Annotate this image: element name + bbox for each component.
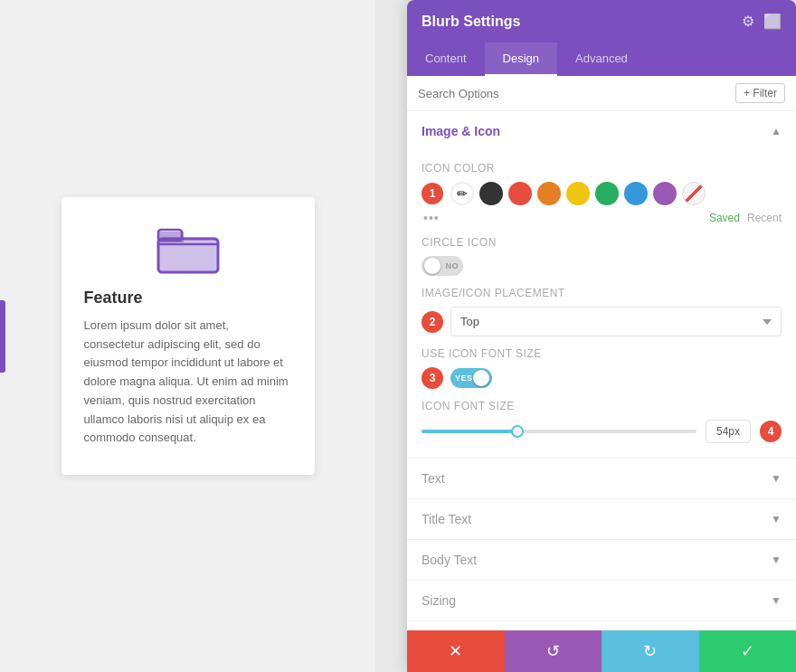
icon-color-row: 1 ✏ xyxy=(422,182,782,205)
recent-label: Recent xyxy=(747,212,782,224)
section-title-text-header[interactable]: Title Text ▼ xyxy=(407,499,796,539)
icon-font-size-slider-track xyxy=(422,430,696,433)
section-body-text-chevron: ▼ xyxy=(771,554,782,566)
expand-icon[interactable]: ⬜ xyxy=(763,13,782,30)
section-title-text-chevron: ▼ xyxy=(771,513,782,525)
preview-card: Feature Lorem ipsum dolor sit amet, cons… xyxy=(62,197,315,476)
section-text: Text ▼ xyxy=(407,459,796,499)
search-bar: + Filter xyxy=(407,76,796,111)
section-title-text: Title Text ▼ xyxy=(407,499,796,540)
folder-icon xyxy=(156,224,220,274)
save-button[interactable]: ✓ xyxy=(699,630,797,672)
tab-content[interactable]: Content xyxy=(407,43,485,76)
color-swatch-pencil[interactable]: ✏ xyxy=(450,182,474,205)
header-icons: ⚙ ⬜ xyxy=(742,13,782,30)
color-swatch-purple[interactable] xyxy=(653,182,677,205)
search-input[interactable] xyxy=(418,87,735,100)
icon-font-size-label: Icon Font Size xyxy=(422,400,782,412)
step-badge-4: 4 xyxy=(760,421,782,442)
panel-content: Image & Icon ▲ Icon Color 1 ✏ xyxy=(407,111,796,630)
use-icon-font-size-row: 3 YES xyxy=(422,367,782,389)
use-icon-font-size-label: Use Icon Font Size xyxy=(422,347,782,360)
color-swatch-orange[interactable] xyxy=(537,182,561,205)
use-icon-font-size-toggle-label: YES xyxy=(455,374,473,383)
saved-label: Saved xyxy=(709,212,740,224)
preview-body: Lorem ipsum dolor sit amet, consectetur … xyxy=(84,317,292,449)
section-image-icon-header[interactable]: Image & Icon ▲ xyxy=(407,111,796,151)
section-text-chevron: ▼ xyxy=(771,472,782,485)
section-text-header[interactable]: Text ▼ xyxy=(407,459,796,498)
step-badge-2: 2 xyxy=(422,311,443,333)
color-swatch-red[interactable] xyxy=(508,182,532,205)
tab-design[interactable]: Design xyxy=(485,43,557,76)
step-badge-3: 3 xyxy=(422,367,443,389)
circle-icon-label: Circle Icon xyxy=(422,236,782,249)
section-spacing-header[interactable]: Spacing ▼ xyxy=(407,621,796,630)
redo-button[interactable]: ↻ xyxy=(602,630,699,672)
dot-menu[interactable]: ••• xyxy=(423,211,440,225)
placement-row: 2 Top Left Right Bottom xyxy=(422,307,782,336)
action-bar: ✕ ↺ ↻ ✓ xyxy=(407,630,796,672)
circle-icon-toggle-wrapper: NO xyxy=(422,256,782,276)
placement-select[interactable]: Top Left Right Bottom xyxy=(450,307,782,336)
tab-advanced[interactable]: Advanced xyxy=(557,43,646,76)
circle-icon-toggle[interactable]: NO xyxy=(422,256,463,276)
section-body-text-title: Body Text xyxy=(422,553,477,567)
settings-panel: Blurb Settings ⚙ ⬜ Content Design Advanc… xyxy=(407,0,796,672)
step-badge-1: 1 xyxy=(422,183,443,204)
color-swatch-green[interactable] xyxy=(595,182,619,205)
preview-area: Feature Lorem ipsum dolor sit amet, cons… xyxy=(0,0,375,672)
icon-font-size-slider-thumb[interactable] xyxy=(511,425,524,438)
section-spacing: Spacing ▼ xyxy=(407,621,796,630)
color-swatches: ✏ xyxy=(450,182,706,205)
circle-icon-toggle-label: NO xyxy=(446,261,460,270)
section-image-icon-body: Icon Color 1 ✏ xyxy=(407,162,796,458)
section-body-text-header[interactable]: Body Text ▼ xyxy=(407,540,796,580)
section-sizing-chevron: ▼ xyxy=(771,594,782,607)
chevron-up-icon: ▲ xyxy=(771,125,782,137)
color-swatch-black[interactable] xyxy=(479,182,503,205)
saved-recent-row: ••• Saved Recent xyxy=(422,211,782,225)
preview-icon-wrapper xyxy=(84,224,292,274)
section-sizing-title: Sizing xyxy=(422,593,456,608)
section-image-icon-title: Image & Icon xyxy=(422,124,500,138)
purple-bar xyxy=(0,300,5,373)
icon-font-size-slider-fill xyxy=(422,430,517,433)
use-icon-font-size-toggle[interactable]: YES xyxy=(450,368,492,388)
section-sizing-header[interactable]: Sizing ▼ xyxy=(407,581,796,620)
icon-font-size-value[interactable]: 54px xyxy=(706,420,751,443)
icon-color-label: Icon Color xyxy=(422,162,782,175)
panel-header: Blurb Settings ⚙ ⬜ xyxy=(407,0,796,43)
section-sizing: Sizing ▼ xyxy=(407,581,796,621)
section-text-title: Text xyxy=(422,471,445,486)
icon-font-size-slider-row: 54px 4 xyxy=(422,420,782,443)
preview-title: Feature xyxy=(84,289,292,308)
settings-icon[interactable]: ⚙ xyxy=(742,13,754,30)
color-swatch-custom[interactable] xyxy=(682,182,706,205)
tabs-row: Content Design Advanced xyxy=(407,43,796,76)
cancel-button[interactable]: ✕ xyxy=(407,630,505,672)
panel-title: Blurb Settings xyxy=(422,14,520,30)
undo-button[interactable]: ↺ xyxy=(505,630,602,672)
color-swatch-yellow[interactable] xyxy=(566,182,590,205)
filter-button[interactable]: + Filter xyxy=(735,83,785,103)
circle-icon-toggle-knob xyxy=(424,258,441,274)
section-body-text: Body Text ▼ xyxy=(407,540,796,581)
section-title-text-title: Title Text xyxy=(422,512,471,526)
placement-label: Image/Icon Placement xyxy=(422,287,782,299)
use-icon-font-size-toggle-knob xyxy=(473,370,489,386)
section-image-icon: Image & Icon ▲ Icon Color 1 ✏ xyxy=(407,111,796,459)
color-swatch-blue[interactable] xyxy=(624,182,648,205)
